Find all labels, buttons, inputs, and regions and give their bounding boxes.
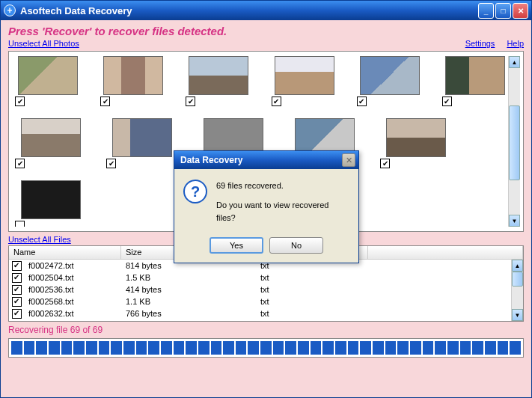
progress-block [397,341,409,355]
progress-block [335,341,346,355]
photo-thumbnail[interactable] [189,56,248,95]
progress-block [485,341,496,355]
settings-link[interactable]: Settings [465,39,495,48]
file-checkbox[interactable]: ✔ [12,285,22,295]
progress-block [423,341,434,355]
photo-item[interactable]: ✔ [380,118,452,168]
photo-checkbox[interactable]: ✔ [272,97,281,106]
top-links-row: Unselect All Photos Settings Help [8,39,524,48]
progress-block [223,341,234,355]
help-link[interactable]: Help [507,39,524,48]
file-checkbox[interactable]: ✔ [12,261,22,271]
progress-block [11,341,22,355]
close-button[interactable]: ✕ [513,3,528,19]
scroll-thumb[interactable] [509,105,520,180]
photo-thumbnail[interactable] [21,180,81,219]
scroll-thumb[interactable] [512,272,523,287]
progress-block [36,341,47,355]
progress-block [49,341,60,355]
photo-scrollbar[interactable]: ▲ ▼ [508,56,520,227]
file-row[interactable]: ✔f0002504.txt1.5 KBtxt [9,272,511,284]
file-name: f0002472.txt [24,261,121,270]
photo-thumbnail[interactable] [386,118,446,157]
progress-block [322,341,334,355]
photo-checkbox[interactable]: ✔ [15,159,25,168]
photo-checkbox[interactable]: ✔ [186,97,195,106]
photo-checkbox[interactable]: ✔ [357,97,367,106]
progress-block [435,341,446,355]
photo-item[interactable] [15,180,87,227]
file-row[interactable]: ✔f0002632.txt766 bytestxt [9,307,511,319]
file-table-body: ✔f0002472.txt814 bytestxt✔f0002504.txt1.… [9,260,523,321]
photo-checkbox[interactable]: ✔ [106,159,116,168]
file-checkbox[interactable]: ✔ [12,309,22,319]
photo-item[interactable]: ✔ [106,118,178,168]
progress-block [86,341,97,355]
app-icon: + [4,4,16,16]
photo-checkbox[interactable] [15,221,25,227]
scroll-up-icon[interactable]: ▲ [509,56,520,68]
photo-thumbnail[interactable] [18,56,78,95]
file-name: f0002536.txt [24,285,121,294]
photo-thumbnail[interactable] [360,56,420,95]
dialog-titlebar: Data Recovery ✕ [174,151,358,169]
progress-block [161,341,172,355]
progress-block [311,341,322,355]
photo-checkbox[interactable]: ✔ [15,97,25,106]
photo-checkbox[interactable]: ✔ [380,159,390,168]
col-empty-header [368,246,523,259]
progress-block [148,341,159,355]
progress-block [360,341,371,355]
photo-thumbnail[interactable] [445,56,505,95]
photo-thumbnail[interactable] [103,56,163,95]
yes-button[interactable]: Yes [210,237,263,254]
progress-block [211,341,222,355]
no-button[interactable]: No [269,237,323,254]
file-scrollbar[interactable]: ▲ ▼ [511,260,523,321]
progress-block [73,341,85,355]
file-checkbox[interactable]: ✔ [12,273,22,283]
scroll-down-icon[interactable]: ▼ [512,309,523,321]
file-checkbox[interactable]: ✔ [12,297,22,307]
progress-block [186,341,197,355]
photo-thumbnail[interactable] [21,118,81,157]
maximize-button[interactable]: □ [495,3,511,19]
status-text: Recovering file 69 of 69 [8,325,524,335]
file-extension: txt [256,309,274,318]
photo-row: ✔✔✔✔✔✔ [12,56,508,106]
photo-item[interactable]: ✔ [100,56,166,106]
file-size: 766 bytes [121,309,256,318]
file-name: f0002568.txt [24,297,121,306]
photo-checkbox[interactable]: ✔ [442,97,452,106]
progress-block [298,341,309,355]
progress-block [460,341,471,355]
question-icon: ? [183,180,207,203]
file-row[interactable]: ✔f0002536.txt414 bytestxt [9,284,511,296]
scroll-up-icon[interactable]: ▲ [512,260,523,272]
photo-checkbox[interactable]: ✔ [100,97,110,106]
progress-block [348,341,359,355]
photo-item[interactable]: ✔ [15,118,87,168]
dialog-body: ? 69 files recovered. Do you want to vie… [174,169,358,263]
progress-block [373,341,384,355]
file-extension: txt [256,273,274,282]
photo-item[interactable]: ✔ [357,56,423,106]
dialog-close-button[interactable]: ✕ [342,153,355,167]
minimize-button[interactable]: _ [478,3,494,19]
progress-bar [8,338,524,358]
photo-thumbnail[interactable] [275,56,334,95]
scroll-down-icon[interactable]: ▼ [509,215,520,227]
file-size: 1.5 KB [121,273,256,282]
photo-thumbnail[interactable] [112,118,172,157]
dialog-message: 69 files recovered. Do you want to view … [216,180,349,225]
window-controls: _ □ ✕ [478,3,528,19]
photo-item[interactable]: ✔ [186,56,251,106]
progress-block [285,341,296,355]
photo-item[interactable]: ✔ [15,56,81,106]
col-name-header[interactable]: Name [9,246,121,259]
unselect-all-photos-link[interactable]: Unselect All Photos [8,39,79,48]
file-row[interactable]: ✔f0002568.txt1.1 KBtxt [9,296,511,307]
photo-item[interactable]: ✔ [442,56,508,106]
progress-block [123,341,135,355]
photo-item[interactable]: ✔ [272,56,337,106]
